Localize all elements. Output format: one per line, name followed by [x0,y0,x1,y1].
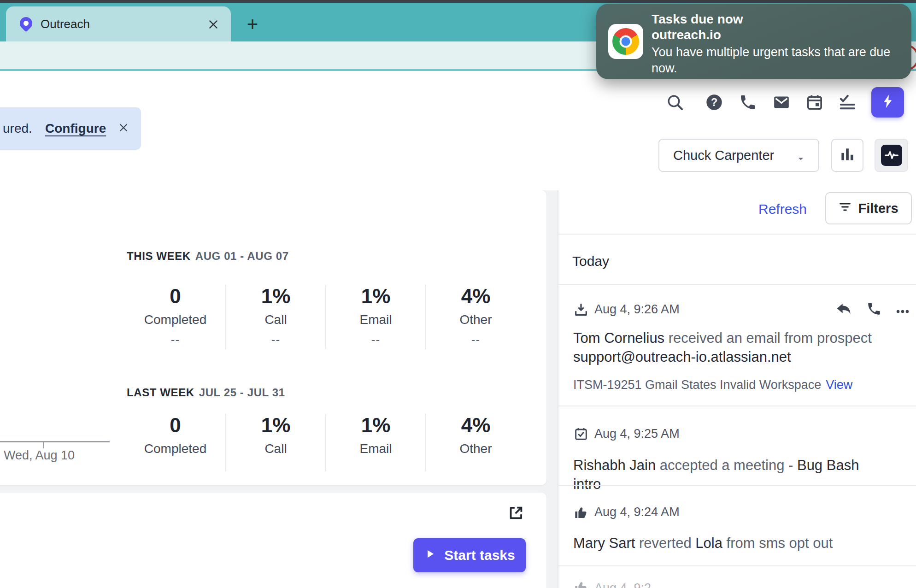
divider [558,565,916,566]
pulse-view-button[interactable] [875,139,908,172]
divider [558,284,916,285]
browser-tab-outreach[interactable]: Outreach [6,6,231,41]
action-text: received an email from prospect [664,330,872,346]
inbox-download-icon [574,302,588,317]
stat-label: Completed [125,441,225,456]
metrics-card: THIS WEEKAUG 01 - AUG 07 0 Completed -- … [0,190,546,485]
this-week-header: THIS WEEKAUG 01 - AUG 07 [127,250,289,263]
help-icon[interactable]: ? [705,93,723,112]
notification-source: outreach.io [652,28,721,42]
page-background: THIS WEEKAUG 01 - AUG 07 0 Completed -- … [0,190,916,588]
feed-item-body: Rishabh Jain accepted a meeting - Bug Ba… [573,456,887,494]
last-week-label: LAST WEEK [127,386,194,399]
stat-value: 1% [226,414,325,437]
activity-feed-panel: Refresh Filters Today Aug 4, 9:26 AM [558,190,916,588]
tab-close-icon[interactable] [207,18,219,30]
outreach-favicon-icon [17,14,35,32]
feed-section-title: Today [572,253,609,269]
action-text: from sms opt out [722,535,833,551]
last-week-stats: 0 Completed 1% Call 1% Email 4% Other [125,414,525,471]
user-selector-value: Chuck Carpenter [673,148,774,163]
feed-item-body: Tom Cornelius received an email from pro… [573,329,887,366]
this-week-stats: 0 Completed -- 1% Call -- 1% Email -- 4%… [125,285,525,349]
chart-axis-tick-label: Wed, Aug 10 [4,448,75,463]
view-link[interactable]: View [826,378,852,392]
feed-item-time: Aug 4, 9:2 [594,581,651,588]
prospect-email: support@outreach-io.atlassian.net [573,349,791,365]
user-selector-dropdown[interactable]: Chuck Carpenter [658,139,819,172]
screen: Outreach + Tasks due now outreach.io You… [0,0,916,588]
email-icon[interactable] [772,93,791,112]
calendar-icon[interactable] [805,93,824,112]
stat-completed: 0 Completed -- [125,285,225,349]
configure-link[interactable]: Configure [45,121,106,136]
stat-label: Call [226,312,325,327]
stat-value: 1% [326,414,425,437]
action-text: accepted a meeting - [656,457,797,473]
stat-sub: -- [226,333,325,347]
stat-sub: -- [426,333,525,347]
call-icon[interactable] [866,301,884,318]
stat-value: 1% [326,285,425,308]
feed-item-time: Aug 4, 9:26 AM [594,302,680,317]
feed-item-time: Aug 4, 9:25 AM [594,427,680,441]
start-tasks-button[interactable]: Start tasks [413,538,526,572]
stat-email: 1% Email [325,414,425,471]
stat-call: 1% Call [225,414,325,471]
stat-value: 1% [226,285,325,308]
lightning-icon [880,94,896,111]
subject-text: ITSM-19251 Gmail States Invalid Workspac… [573,378,821,392]
filter-icon [839,200,851,217]
banner-close-icon[interactable] [118,122,129,133]
open-in-new-icon[interactable] [507,504,525,522]
stat-value: 4% [426,285,525,308]
system-notification[interactable]: Tasks due now outreach.io You have multi… [596,4,911,79]
stat-completed: 0 Completed [125,414,225,471]
task-check-icon[interactable] [838,93,857,112]
action-text: reverted [635,535,695,551]
reply-icon[interactable] [835,300,852,318]
stat-label: Other [426,312,525,327]
stat-other: 4% Other -- [425,285,525,349]
bar-chart-icon [839,146,856,165]
boost-tasks-button[interactable] [871,87,904,118]
stat-label: Completed [125,312,225,327]
thumbs-up-icon [574,505,588,520]
stat-call: 1% Call -- [225,285,325,349]
actor-name: Tom Cornelius [573,330,664,346]
stat-value: 0 [125,285,225,308]
start-tasks-label: Start tasks [444,547,515,563]
filters-button[interactable]: Filters [825,192,912,224]
configure-banner: ured. Configure [0,107,141,150]
more-icon[interactable] [895,304,912,321]
banner-text: ured. [3,121,32,136]
call-icon[interactable] [739,93,757,112]
bar-chart-button[interactable] [831,139,863,172]
search-icon[interactable] [666,93,684,112]
notification-title: Tasks due now [652,12,743,27]
last-week-range: JUL 25 - JUL 31 [199,386,285,399]
filters-label: Filters [858,201,898,216]
new-tab-button[interactable]: + [243,16,262,34]
refresh-link[interactable]: Refresh [758,201,807,217]
this-week-label: THIS WEEK [127,250,191,262]
chevron-down-icon [795,152,806,161]
chart-axis-tick [43,441,44,448]
last-week-header: LAST WEEKJUL 25 - JUL 31 [127,386,285,399]
stat-label: Email [326,441,425,456]
stat-sub: -- [125,333,225,347]
calendar-check-icon [574,427,588,441]
thumbs-up-icon [574,580,588,588]
svg-text:?: ? [711,96,717,108]
divider [558,485,916,486]
feed-item-time: Aug 4, 9:24 AM [594,505,680,519]
stat-label: Call [226,441,325,456]
stat-label: Email [326,312,425,327]
divider [558,234,916,235]
stat-email: 1% Email -- [325,285,425,349]
stat-other: 4% Other [425,414,525,471]
stat-label: Other [426,441,525,456]
stat-value: 0 [125,414,225,437]
feed-item-subject: ITSM-19251 Gmail States Invalid Workspac… [573,378,852,392]
stat-sub: -- [326,333,425,347]
